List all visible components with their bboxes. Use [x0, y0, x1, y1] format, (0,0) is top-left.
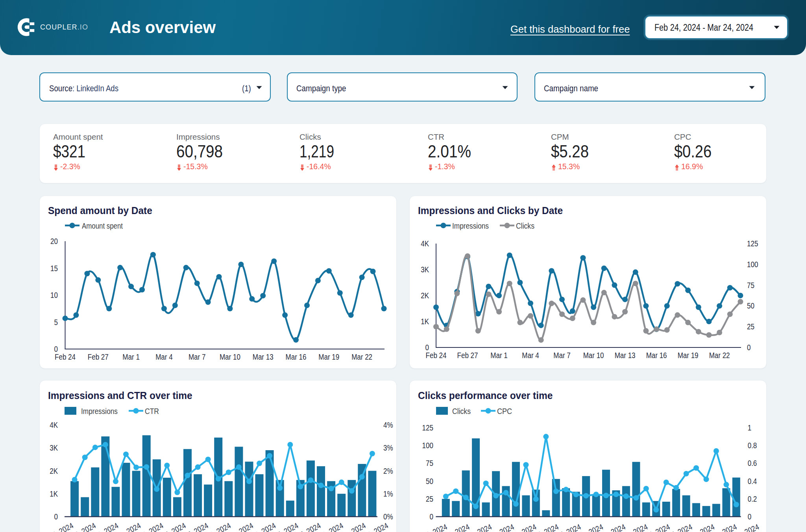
svg-text:Mar 19: Mar 19 [318, 353, 339, 361]
svg-text:0: 0 [430, 512, 434, 521]
svg-text:Feb 27: Feb 27 [88, 353, 109, 361]
svg-text:0%: 0% [383, 512, 393, 521]
svg-text:15: 15 [50, 264, 58, 273]
svg-text:25: 25 [747, 322, 754, 331]
svg-text:1K: 1K [50, 490, 58, 498]
svg-text:Mar 10: Mar 10 [220, 353, 240, 361]
svg-text:0: 0 [54, 512, 58, 521]
svg-text:Mar 13: Mar 13 [615, 351, 636, 360]
svg-text:2%: 2% [383, 467, 393, 475]
svg-text:Mar 22: Mar 22 [351, 353, 372, 361]
svg-text:Mar 16: Mar 16 [646, 351, 667, 360]
svg-text:50: 50 [426, 477, 433, 486]
svg-text:0.6: 0.6 [748, 459, 757, 467]
svg-text:50: 50 [747, 301, 754, 310]
svg-text:20: 20 [50, 237, 58, 246]
svg-text:100: 100 [422, 441, 433, 450]
svg-text:0: 0 [748, 512, 752, 521]
svg-text:2K: 2K [421, 291, 429, 300]
svg-text:Mar 4: Mar 4 [155, 353, 173, 361]
svg-text:Mar 22: Mar 22 [709, 351, 730, 360]
svg-text:Feb 24: Feb 24 [426, 351, 447, 360]
svg-text:1: 1 [748, 423, 752, 432]
svg-text:75: 75 [747, 281, 754, 290]
svg-text:2K: 2K [50, 467, 58, 475]
svg-text:Mar 16: Mar 16 [286, 353, 307, 361]
svg-text:0: 0 [747, 343, 751, 352]
svg-text:Feb 24, 2024: Feb 24, 2024 [40, 521, 75, 532]
svg-text:0.8: 0.8 [748, 441, 757, 450]
svg-text:25: 25 [426, 495, 433, 503]
svg-text:Feb 24: Feb 24 [55, 353, 76, 361]
svg-text:Mar 7: Mar 7 [553, 351, 571, 360]
svg-text:0.4: 0.4 [748, 477, 757, 486]
svg-text:1%: 1% [383, 490, 393, 498]
svg-text:3%: 3% [383, 443, 393, 452]
svg-text:0.2: 0.2 [748, 495, 757, 503]
svg-text:Mar 13: Mar 13 [253, 353, 274, 361]
svg-text:4%: 4% [383, 421, 393, 429]
svg-text:125: 125 [422, 423, 433, 432]
svg-text:4K: 4K [50, 421, 58, 429]
svg-text:Mar 10: Mar 10 [583, 351, 604, 360]
svg-text:3K: 3K [421, 265, 429, 274]
svg-text:0: 0 [54, 345, 58, 353]
svg-text:Mar 19: Mar 19 [678, 351, 699, 360]
svg-text:1K: 1K [421, 317, 429, 326]
svg-text:Mar 4: Mar 4 [522, 351, 539, 360]
svg-text:10: 10 [50, 291, 58, 299]
svg-text:Feb 27: Feb 27 [457, 351, 478, 360]
svg-text:100: 100 [747, 260, 758, 269]
svg-text:4K: 4K [421, 239, 429, 248]
svg-text:Feb 24, 2024: Feb 24, 2024 [410, 523, 449, 532]
svg-text:125: 125 [747, 239, 758, 248]
svg-text:3K: 3K [50, 443, 58, 452]
svg-text:75: 75 [426, 459, 433, 467]
svg-text:Mar 7: Mar 7 [189, 353, 206, 361]
svg-text:Mar 1: Mar 1 [490, 351, 508, 360]
svg-text:0: 0 [425, 343, 429, 352]
svg-text:Mar 1: Mar 1 [122, 353, 140, 361]
svg-text:5: 5 [54, 318, 58, 327]
